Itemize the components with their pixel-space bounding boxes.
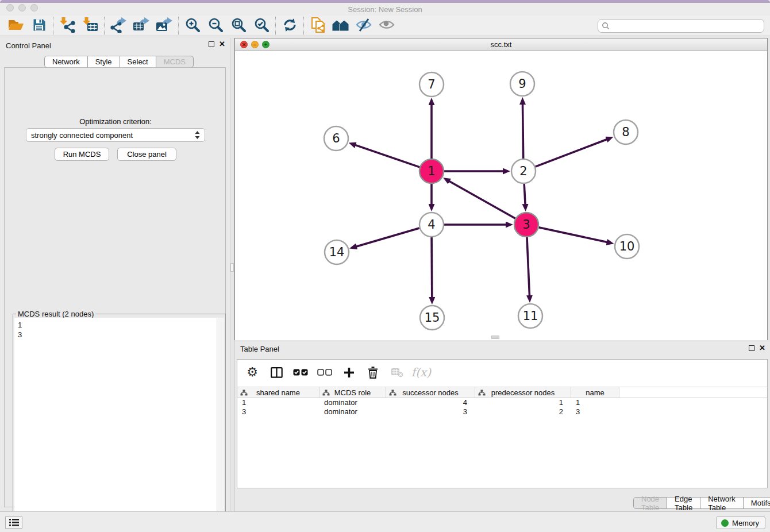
control-panel: Control Panel ✕ NetworkStyleSelectMCDS O… (0, 38, 230, 511)
tab-style[interactable]: Style (88, 56, 120, 68)
table-panel-float-icon[interactable] (749, 345, 754, 351)
graph-node-4[interactable]: 4 (419, 213, 444, 237)
search-input[interactable] (612, 22, 764, 30)
graph-edge-2-8[interactable] (536, 140, 607, 167)
column-header-shared-name[interactable]: shared name (237, 387, 319, 398)
run-mcds-button[interactable]: Run MCDS (55, 148, 109, 161)
close-panel-button[interactable]: Close panel (117, 148, 176, 161)
tab-select[interactable]: Select (120, 56, 156, 68)
zoom-in-button[interactable] (181, 17, 204, 35)
graph-edge-4-14[interactable] (356, 228, 419, 246)
table-cell-MCDS-role[interactable]: dominator (319, 407, 386, 417)
deselect-all-rows-button[interactable] (317, 364, 333, 380)
import-table-button[interactable] (79, 17, 102, 35)
split-divider[interactable] (230, 38, 234, 511)
tab-motifs[interactable]: Motifs (744, 497, 770, 509)
graph-node-14[interactable]: 14 (325, 240, 349, 264)
hide-glyphs-button[interactable] (352, 17, 375, 35)
canvas-hscroll-thumb[interactable] (491, 336, 499, 339)
table-panel-close-icon[interactable]: ✕ (759, 345, 765, 351)
memory-button[interactable]: Memory (716, 516, 765, 529)
import-network-button[interactable] (56, 17, 79, 35)
table-cell-name[interactable]: 3 (571, 407, 619, 417)
search-box[interactable] (598, 19, 764, 33)
table-cell-shared-name[interactable]: 3 (237, 407, 319, 417)
add-row-button[interactable] (341, 364, 357, 380)
optimization-criterion-label: Optimization criterion: (5, 117, 226, 126)
toggle-columns-button[interactable] (268, 364, 284, 380)
zoom-selected-button[interactable] (250, 17, 273, 35)
table-cell-predecessor-nodes[interactable]: 2 (475, 407, 571, 417)
control-panel-float-icon[interactable] (209, 41, 214, 47)
graph-node-11[interactable]: 11 (518, 304, 542, 328)
open-session-button[interactable] (5, 17, 28, 35)
graph-node-8[interactable]: 8 (614, 120, 638, 144)
refresh-button[interactable] (278, 17, 301, 35)
delete-row-button[interactable] (365, 364, 381, 380)
frame-maximize-icon[interactable]: + (262, 41, 270, 48)
select-all-rows-button[interactable] (292, 364, 309, 380)
tab-edge-table[interactable]: Edge Table (667, 497, 700, 509)
split-divider-handle[interactable] (230, 263, 234, 272)
svg-text:1: 1 (428, 164, 435, 178)
network-frame-titlebar[interactable]: ✕ − + scc.txt (235, 38, 767, 51)
graph-node-6[interactable]: 6 (324, 126, 348, 151)
frame-minimize-icon[interactable]: − (251, 41, 259, 48)
window-minimize-icon[interactable] (18, 4, 26, 11)
table-cell-MCDS-role[interactable]: dominator (319, 398, 386, 407)
zoom-fit-button[interactable] (227, 17, 250, 35)
duplicate-network-button[interactable] (306, 17, 329, 35)
save-session-button[interactable] (28, 17, 51, 35)
frame-close-icon[interactable]: ✕ (240, 41, 248, 48)
tab-network[interactable]: Network (44, 56, 88, 68)
control-panel-close-icon[interactable]: ✕ (219, 41, 225, 47)
show-glyphs-button[interactable] (375, 17, 398, 35)
column-header-predecessor-nodes[interactable]: predecessor nodes (475, 387, 571, 398)
graph-edge-2-3[interactable] (524, 184, 525, 205)
window-traffic-lights[interactable] (6, 4, 38, 11)
graph-edge-3-10[interactable] (539, 228, 607, 242)
table-cell-successor-nodes[interactable]: 3 (386, 407, 475, 417)
optimization-criterion-select[interactable]: strongly connected component (26, 128, 205, 142)
mcds-result-area[interactable]: 13 (14, 318, 224, 529)
graph-edge-3-1[interactable] (449, 181, 515, 218)
node-table-header: shared nameMCDS rolesuccessor nodesprede… (237, 387, 767, 398)
column-header-successor-nodes[interactable]: successor nodes (386, 387, 475, 398)
graph-node-3[interactable]: 3 (514, 213, 538, 237)
graph-node-7[interactable]: 7 (419, 72, 444, 97)
toolbar-separator (303, 17, 304, 35)
graph-node-2[interactable]: 2 (511, 159, 536, 183)
mcds-panel: Optimization criterion: strongly connect… (4, 67, 226, 507)
zoom-out-button[interactable] (204, 17, 227, 35)
network-canvas[interactable]: 7968124314101511 (235, 51, 767, 340)
graph-node-10[interactable]: 10 (615, 234, 639, 259)
tab-node-table[interactable]: Node Table (633, 497, 667, 509)
delete-table-icon (391, 368, 403, 377)
tab-network-table[interactable]: Network Table (700, 497, 744, 509)
graph-node-15[interactable]: 15 (420, 306, 444, 330)
table-cell-shared-name[interactable]: 1 (237, 398, 319, 407)
graph-edge-2-9[interactable] (523, 104, 523, 159)
status-bar: Memory (0, 511, 770, 532)
graph-edge-3-11[interactable] (527, 237, 530, 296)
column-header-MCDS-role[interactable]: MCDS role (319, 387, 386, 398)
table-cell-successor-nodes[interactable]: 4 (386, 398, 475, 407)
export-image-button[interactable] (153, 17, 176, 35)
graph-edge-4-15[interactable] (432, 237, 432, 298)
tab-mcds[interactable]: MCDS (156, 56, 194, 68)
table-cell-name[interactable]: 1 (571, 398, 619, 407)
table-cell-predecessor-nodes[interactable]: 1 (475, 398, 571, 407)
column-header-name[interactable]: name (571, 387, 619, 398)
task-history-button[interactable] (5, 516, 22, 529)
export-table-button[interactable] (130, 17, 153, 35)
graph-node-9[interactable]: 9 (510, 72, 534, 96)
graph-node-1[interactable]: 1 (419, 159, 444, 183)
graph-edge-1-6[interactable] (355, 145, 419, 167)
window-close-icon[interactable] (6, 4, 14, 11)
toolbar-separator (275, 17, 276, 35)
mcds-result-scrollbar[interactable] (217, 318, 224, 529)
table-settings-button[interactable]: ⚙ (244, 364, 260, 380)
window-zoom-icon[interactable] (30, 4, 38, 11)
home-view-button[interactable] (329, 17, 352, 35)
export-network-button[interactable] (107, 17, 130, 35)
